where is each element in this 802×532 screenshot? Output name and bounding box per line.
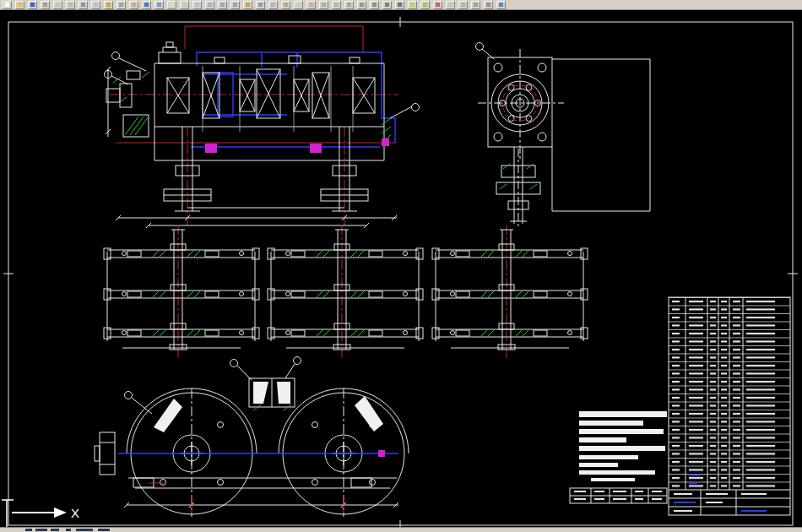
toolbar-icon-glyph (461, 3, 465, 7)
toolbar-icon-glyph (43, 3, 47, 7)
toolbar-icon-glyph (360, 3, 364, 7)
command-text-fragment (35, 529, 47, 531)
command-text-fragment (98, 529, 110, 531)
command-text-fragment (76, 529, 93, 531)
toolbar-icon-glyph (322, 3, 326, 7)
toolbar-icon-glyph (284, 3, 288, 7)
ortho-icon[interactable] (332, 1, 341, 9)
plot-preview-icon[interactable] (53, 1, 62, 9)
command-text-fragment (51, 529, 59, 531)
dyn-icon[interactable] (370, 1, 379, 9)
cut-icon[interactable] (79, 1, 88, 9)
layer-states-icon[interactable] (420, 1, 430, 9)
toolbar-icon-glyph (258, 3, 263, 7)
command-text-fragment (25, 529, 32, 531)
bottom-end-view (95, 357, 409, 518)
toolbar-icon-glyph (144, 3, 149, 7)
toolbar-icon-glyph (157, 3, 161, 7)
toolbar-icon-glyph (208, 3, 212, 7)
block-editor-icon[interactable] (129, 1, 138, 9)
toolbar-icon-glyph (182, 3, 187, 7)
model-icon[interactable] (395, 1, 404, 9)
toolbar-icon-glyph (246, 3, 250, 7)
toolbar-icon-glyph (347, 3, 351, 7)
toolpalettes-icon[interactable] (256, 1, 265, 9)
layers-icon[interactable] (408, 1, 417, 9)
toolbar-icon-glyph (423, 3, 427, 7)
zoom-scale-icon[interactable] (218, 1, 227, 9)
toolbar-icon-glyph (436, 3, 440, 7)
toolbar-icon-glyph (106, 3, 111, 7)
revision-strip (570, 488, 667, 503)
toolbar-icon-glyph (398, 3, 402, 7)
toolbar-icon-glyph (486, 3, 490, 7)
publish-icon[interactable] (66, 1, 75, 9)
main-toolbar (0, 0, 802, 10)
toolbar-icon-glyph (170, 3, 174, 7)
toolbar-icon-glyph (271, 3, 275, 7)
properties-icon[interactable] (230, 1, 240, 9)
lwt-icon[interactable] (382, 1, 392, 9)
toolbar-icon-glyph (119, 3, 123, 7)
toolbar-icon-glyph (195, 3, 199, 7)
toolbar-icon-glyph (81, 3, 85, 7)
command-text-fragment (66, 529, 71, 531)
toolbar-icon-glyph (309, 3, 313, 7)
new-file-icon[interactable] (3, 1, 12, 9)
housing-end-view (476, 43, 651, 227)
zoom-window-icon[interactable] (192, 1, 202, 9)
pan-icon[interactable] (167, 1, 176, 9)
zoom-realtime-icon[interactable] (180, 1, 189, 9)
osnap-icon[interactable] (306, 1, 316, 9)
lineweight-icon[interactable] (458, 1, 468, 9)
toolbar-icon-glyph (30, 3, 35, 7)
save-icon[interactable] (28, 1, 37, 9)
help-icon[interactable] (496, 1, 506, 9)
color-control-icon[interactable] (433, 1, 442, 9)
toolbar-icon-glyph (448, 3, 452, 7)
shaft-assembly-view-2 (268, 225, 423, 358)
toolbar-icon-glyph (296, 3, 301, 7)
paste-icon[interactable] (104, 1, 113, 9)
toolbar-icon-glyph (18, 3, 22, 7)
match-properties-icon[interactable] (117, 1, 126, 9)
drawing-canvas[interactable]: X (0, 10, 802, 527)
calculator-icon[interactable] (294, 1, 303, 9)
command-line-strip[interactable] (0, 527, 802, 532)
ucs-icon: X (2, 500, 79, 527)
designcenter-icon[interactable] (243, 1, 252, 9)
zoom-previous-icon[interactable] (205, 1, 214, 9)
ucs-x-label: X (71, 506, 79, 520)
copy-icon[interactable] (91, 1, 100, 9)
toolbar-icon-glyph (474, 3, 478, 7)
toolbar-icon-glyph (372, 3, 377, 7)
toolbar-icon-glyph (5, 3, 9, 7)
otrack-icon[interactable] (357, 1, 366, 9)
toolbar-icon-glyph (233, 3, 237, 7)
toolbar-icon-glyph (499, 3, 503, 7)
toolbar-icon-glyph (56, 3, 60, 7)
toolbar-icon-glyph (334, 3, 339, 7)
toolbar-icon-glyph (132, 3, 136, 7)
toolbar-icon-glyph (94, 3, 98, 7)
cad-drawing: X (0, 10, 802, 527)
main-assembly-section-view (105, 26, 420, 228)
ucs-x-arrowhead (54, 508, 67, 518)
sheetset-icon[interactable] (268, 1, 278, 9)
toolbar-icon-glyph (68, 3, 73, 7)
undo-icon[interactable] (142, 1, 151, 9)
markup-icon[interactable] (281, 1, 290, 9)
toolbar-icon-glyph (410, 3, 415, 7)
plotstyle-icon[interactable] (471, 1, 480, 9)
find-icon[interactable] (484, 1, 493, 9)
polar-icon[interactable] (344, 1, 354, 9)
parts-list-table (669, 297, 790, 515)
toolbar-icon-glyph (385, 3, 389, 7)
open-folder-icon[interactable] (15, 1, 24, 9)
plot-icon[interactable] (41, 1, 50, 9)
linetype-icon[interactable] (446, 1, 455, 9)
grid-icon[interactable] (319, 1, 328, 9)
shaft-assembly-view-1 (104, 225, 259, 358)
redo-icon[interactable] (154, 1, 164, 9)
application-window: X (0, 0, 802, 532)
